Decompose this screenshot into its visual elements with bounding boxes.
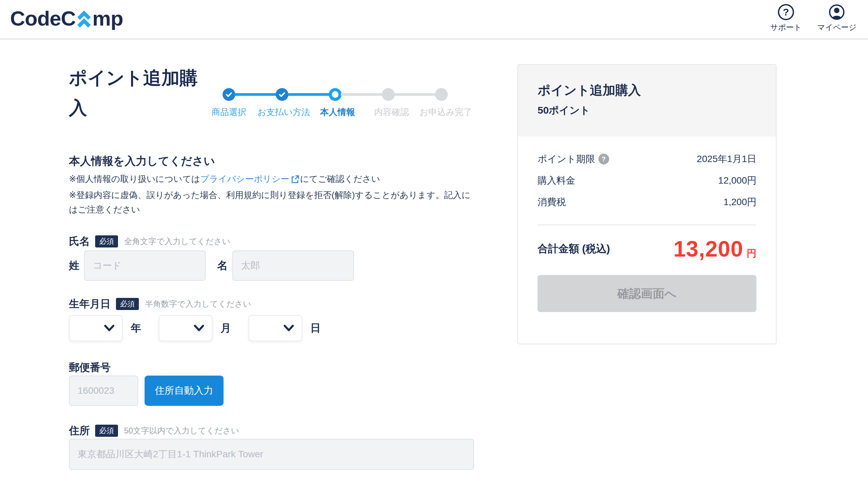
- name-label: 氏名: [69, 234, 90, 248]
- codecamp-logo[interactable]: Code C mp: [10, 8, 123, 29]
- step-circle-todo-icon: [382, 88, 395, 101]
- first-name-label: 名: [217, 258, 228, 273]
- address-field-header: 住所 必須 50文字以内で入力してください: [69, 424, 239, 438]
- app-header: Code C mp ? サポート マイページ: [0, 0, 868, 39]
- postal-code-input[interactable]: [69, 376, 138, 406]
- logo-text-mp: mp: [92, 8, 123, 29]
- summary-divider: [538, 225, 756, 225]
- page-title: ポイント追加購入: [69, 63, 210, 123]
- postal-input-row: 住所自動入力: [69, 376, 224, 406]
- summary-row-price: 購入料金 12,000円: [538, 174, 756, 187]
- step-circle-done-icon: [276, 88, 288, 101]
- step-label-confirm: 内容確認: [374, 106, 409, 118]
- step-label-complete: お申込み完了: [419, 106, 472, 118]
- required-badge: 必須: [95, 235, 118, 247]
- privacy-policy-link[interactable]: プライバシーポリシー: [200, 173, 300, 185]
- logo-chevron-icon: [76, 10, 92, 28]
- year-suffix-label: 年: [131, 321, 141, 335]
- address-input[interactable]: [69, 439, 474, 470]
- step-connector: [235, 93, 276, 96]
- birth-label: 生年月日: [69, 297, 111, 311]
- postal-field-header: 郵便番号: [69, 360, 111, 375]
- help-icon: ?: [778, 4, 794, 20]
- mypage-button[interactable]: マイページ: [817, 4, 857, 33]
- support-label: サポート: [770, 22, 802, 33]
- summary-row-tax: 消費税 1,200円: [538, 196, 756, 208]
- step-connector: [288, 93, 329, 96]
- tax-label: 消費税: [538, 196, 566, 208]
- form-heading: 本人情報を入力してください: [69, 154, 215, 169]
- privacy-note: ※個人情報の取り扱いについては プライバシーポリシー にてご確認ください: [69, 173, 380, 185]
- birth-hint: 半角数字で入力してください: [145, 299, 251, 309]
- name-input-row: 姓 名: [69, 250, 354, 281]
- user-icon: [829, 4, 845, 20]
- logo-text-code: Code: [10, 8, 61, 29]
- expiry-label: ポイント期限: [538, 153, 595, 165]
- step-circle-current-icon: [329, 88, 342, 101]
- mypage-label: マイページ: [817, 22, 857, 33]
- step-label-product: 商品選択: [211, 106, 246, 118]
- header-nav: ? サポート マイページ: [770, 4, 857, 33]
- step-connector: [341, 93, 383, 96]
- expiry-value: 2025年1月1日: [697, 153, 756, 165]
- name-field-header: 氏名 必須 全角文字で入力してください: [69, 234, 230, 248]
- price-value: 12,000円: [718, 174, 756, 187]
- privacy-note-prefix: ※個人情報の取り扱いについては: [69, 173, 200, 185]
- first-name-input[interactable]: [232, 250, 354, 281]
- day-suffix-label: 日: [310, 321, 321, 335]
- last-name-label: 姓: [69, 258, 79, 273]
- main-content: ポイント追加購入 商品選択 お支払い方法 本人情報 内容確認 お申込み完了 本人…: [0, 39, 868, 502]
- summary-points: 50ポイント: [538, 104, 756, 117]
- step-label-payment: お支払い方法: [257, 106, 310, 118]
- price-label: 購入料金: [538, 174, 575, 187]
- summary-total-row: 合計金額 (税込) 13,200 円: [538, 235, 756, 263]
- summary-header: ポイント追加購入 50ポイント: [518, 65, 776, 136]
- logo-text-c: C: [61, 8, 76, 29]
- summary-title: ポイント追加購入: [538, 82, 756, 99]
- last-name-input[interactable]: [84, 250, 206, 281]
- registration-note: ※登録内容に虚偽、誤りがあった場合、利用規約に則り登録を拒否(解除)することがあ…: [69, 188, 477, 217]
- summary-body: ポイント期限 ? 2025年1月1日 購入料金 12,000円 消費税 1,20…: [518, 153, 776, 312]
- privacy-policy-link-text: プライバシーポリシー: [200, 173, 289, 185]
- tax-value: 1,200円: [723, 196, 756, 208]
- confirm-button[interactable]: 確認画面へ: [538, 275, 756, 312]
- auto-address-button[interactable]: 住所自動入力: [145, 376, 224, 406]
- birth-field-header: 生年月日 必須 半角数字で入力してください: [69, 297, 251, 311]
- address-hint: 50文字以内で入力してください: [124, 425, 239, 436]
- total-amount: 13,200: [673, 236, 743, 262]
- chevron-down-icon: [193, 324, 205, 332]
- name-hint: 全角文字で入力してください: [124, 236, 230, 247]
- help-icon[interactable]: ?: [598, 154, 609, 164]
- external-link-icon: [291, 175, 300, 184]
- birth-month-select[interactable]: [159, 315, 213, 341]
- birth-year-select[interactable]: [69, 315, 123, 341]
- month-suffix-label: 月: [220, 321, 231, 335]
- step-circle-done-icon: [223, 88, 235, 101]
- order-summary-panel: ポイント追加購入 50ポイント ポイント期限 ? 2025年1月1日 購入料金 …: [517, 64, 777, 344]
- privacy-note-suffix: にてご確認ください: [300, 173, 380, 185]
- progress-stepper: 商品選択 お支払い方法 本人情報 内容確認 お申込み完了: [223, 88, 453, 120]
- address-label: 住所: [69, 424, 90, 438]
- step-label-personal: 本人情報: [320, 106, 355, 118]
- birth-day-select[interactable]: [248, 315, 302, 341]
- chevron-down-icon: [103, 324, 115, 332]
- stepper-track: [223, 88, 453, 101]
- step-connector: [394, 93, 436, 96]
- birth-input-row: 年 月 日: [69, 315, 338, 341]
- chevron-down-icon: [283, 324, 295, 332]
- total-unit: 円: [747, 247, 756, 260]
- stepper-labels: 商品選択 お支払い方法 本人情報 内容確認 お申込み完了: [223, 106, 453, 120]
- total-label: 合計金額 (税込): [538, 242, 610, 256]
- required-badge: 必須: [95, 425, 118, 437]
- required-badge: 必須: [116, 298, 139, 310]
- support-button[interactable]: ? サポート: [770, 4, 802, 33]
- postal-label: 郵便番号: [69, 360, 111, 375]
- summary-row-expiry: ポイント期限 ? 2025年1月1日: [538, 153, 756, 165]
- step-circle-todo-icon: [435, 88, 448, 101]
